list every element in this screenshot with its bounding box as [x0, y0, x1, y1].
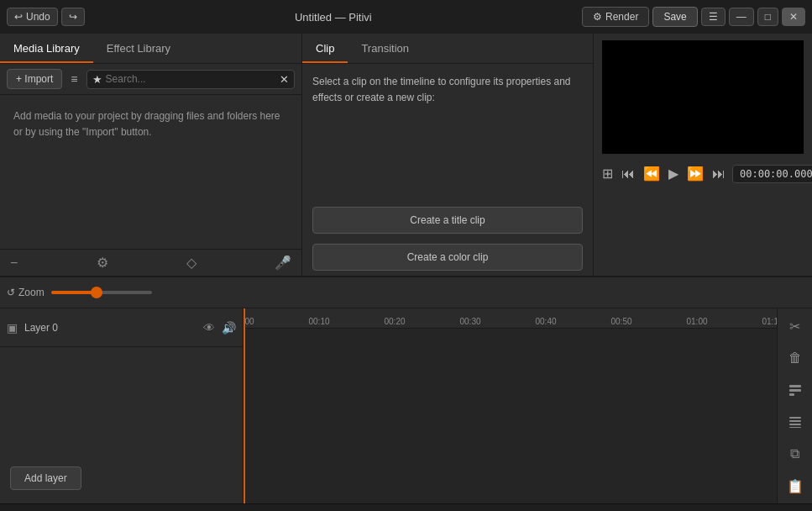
insert-clip-button[interactable]	[781, 376, 809, 404]
timeline-body: ▣ Layer 0 👁 🔊 Add layer 00:00 00:10 00:2…	[0, 308, 812, 503]
add-layer-button[interactable]: Add layer	[10, 466, 81, 490]
render-label: Render	[605, 11, 638, 23]
preview-panel: ⊞ ⏮ ⏪ ▶ ⏩ ⏭ 00:00:00.000 ⛶	[594, 34, 812, 276]
zoom-icon: ↺	[7, 287, 15, 298]
minimize-button[interactable]: —	[729, 8, 754, 26]
tab-media-library[interactable]: Media Library	[0, 34, 93, 63]
main-area: Media Library Effect Library + Import ≡ …	[0, 34, 812, 276]
ruler-mark-4: 00:40	[535, 317, 556, 326]
ruler-mark-5: 00:50	[610, 317, 631, 326]
timeline-toolbar: ↺ Zoom	[0, 277, 812, 308]
search-box: ★ ✕	[86, 70, 295, 89]
settings-icon-button[interactable]: ⚙	[97, 255, 108, 271]
undo-button[interactable]: ↩ Undo	[7, 8, 58, 26]
search-input[interactable]	[106, 73, 276, 85]
rewind-button[interactable]: ⏪	[642, 164, 662, 183]
play-button[interactable]: ▶	[667, 164, 680, 183]
remove-button[interactable]: −	[10, 256, 18, 271]
timecode-display: 00:00:00.000	[732, 165, 812, 183]
redo-button[interactable]: ↪	[61, 8, 85, 26]
layer-name: Layer 0	[24, 322, 196, 334]
create-title-clip-button[interactable]: Create a title clip	[312, 207, 583, 234]
cut-tool-button[interactable]: ✂	[781, 312, 809, 340]
skip-end-button[interactable]: ⏭	[710, 165, 727, 183]
timeline-scrollbar[interactable]	[0, 503, 812, 511]
redo-icon: ↪	[69, 11, 77, 23]
star-icon: ★	[92, 73, 102, 86]
layer-row: ▣ Layer 0 👁 🔊	[0, 308, 243, 347]
ruler-mark-7: 01:10	[762, 317, 777, 326]
timeline-area: ↺ Zoom ▣ Layer 0 👁 🔊 Add layer 00:00 00:…	[0, 276, 812, 511]
track-area	[244, 329, 777, 503]
clip-panel: Clip Transition Select a clip on the tim…	[302, 34, 594, 276]
grid-view-button[interactable]: ⊞	[600, 164, 615, 183]
svg-rect-2	[789, 393, 794, 396]
paste-tool-button[interactable]: 📋	[781, 471, 809, 500]
clear-search-icon[interactable]: ✕	[280, 73, 289, 86]
add-layer-area: Add layer	[0, 347, 243, 503]
preview-controls: ⊞ ⏮ ⏪ ▶ ⏩ ⏭ 00:00:00.000 ⛶	[594, 161, 812, 187]
titlebar: ↩ Undo ↪ Untitled — Pitivi ⚙ Render Save…	[0, 0, 812, 34]
titlebar-right-controls: ⚙ Render Save ☰ — □ ✕	[582, 7, 805, 27]
svg-rect-0	[789, 385, 801, 387]
svg-rect-3	[789, 417, 801, 419]
timeline-ruler: 00:00 00:10 00:20 00:30 00:40 00:50 01:0…	[244, 308, 777, 329]
svg-rect-6	[789, 427, 801, 428]
import-button[interactable]: + Import	[7, 69, 62, 89]
save-button[interactable]: Save	[652, 7, 697, 27]
tab-clip[interactable]: Clip	[302, 34, 348, 63]
tab-transition[interactable]: Transition	[348, 34, 422, 63]
undo-icon: ↩	[14, 11, 23, 23]
menu-button[interactable]: ☰	[701, 8, 726, 26]
svg-rect-1	[789, 389, 801, 392]
render-button[interactable]: ⚙ Render	[582, 7, 649, 27]
ruler-mark-1: 00:10	[308, 317, 329, 326]
delete-tool-button[interactable]: 🗑	[781, 344, 809, 372]
timeline-tracks: 00:00 00:10 00:20 00:30 00:40 00:50 01:0…	[244, 308, 777, 503]
extract-button[interactable]	[781, 408, 809, 436]
zoom-label-text: Zoom	[18, 287, 45, 298]
svg-rect-4	[789, 420, 801, 422]
media-empty-message: Add media to your project by dragging fi…	[0, 95, 301, 249]
fast-forward-button[interactable]: ⏩	[685, 164, 705, 183]
preview-video	[602, 40, 804, 154]
list-view-button[interactable]: ≡	[67, 71, 81, 87]
clip-description: Select a clip on the timeline to configu…	[302, 64, 593, 202]
left-panel: Media Library Effect Library + Import ≡ …	[0, 34, 302, 276]
timeline-layers: ▣ Layer 0 👁 🔊 Add layer	[0, 308, 244, 503]
tag-icon-button[interactable]: ◇	[186, 255, 196, 271]
skip-back-button[interactable]: ⏮	[620, 165, 637, 183]
ruler-mark-6: 01:00	[686, 317, 707, 326]
playhead[interactable]	[244, 308, 245, 503]
maximize-button[interactable]: □	[757, 8, 778, 26]
create-color-clip-button[interactable]: Create a color clip	[312, 244, 583, 271]
undo-label: Undo	[26, 11, 50, 23]
tab-effect-library[interactable]: Effect Library	[93, 34, 184, 63]
layer-visibility-button[interactable]: 👁	[203, 321, 215, 335]
layer-audio-button[interactable]: 🔊	[222, 321, 236, 335]
mic-icon-button[interactable]: 🎤	[275, 255, 291, 271]
layer-icon: ▣	[7, 321, 18, 335]
zoom-control: ↺ Zoom	[7, 287, 45, 298]
titlebar-left-controls: ↩ Undo ↪	[7, 8, 85, 26]
media-footer: − ⚙ ◇ 🎤	[0, 249, 301, 276]
clip-panel-tabs: Clip Transition	[302, 34, 593, 64]
ruler-mark-2: 00:20	[384, 317, 405, 326]
media-toolbar: + Import ≡ ★ ✕	[0, 64, 301, 95]
copy-tool-button[interactable]: ⧉	[781, 440, 809, 468]
right-sidebar: ✂ 🗑 ⧉ 📋	[777, 308, 812, 503]
render-icon: ⚙	[593, 11, 602, 23]
zoom-slider[interactable]	[51, 291, 152, 294]
ruler-mark-3: 00:30	[459, 317, 480, 326]
close-button[interactable]: ✕	[782, 8, 805, 26]
left-panel-tabs: Media Library Effect Library	[0, 34, 301, 64]
window-title: Untitled — Pitivi	[90, 11, 577, 24]
svg-rect-5	[789, 424, 801, 425]
